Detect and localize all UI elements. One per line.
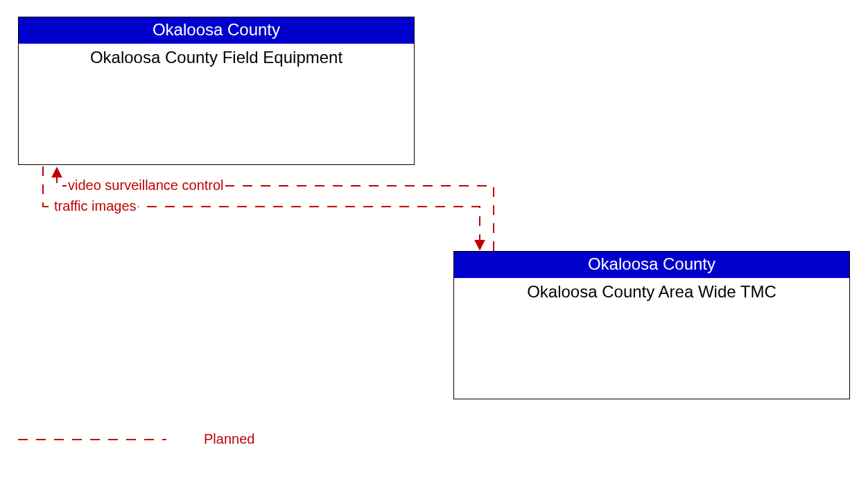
box-field-equipment: Okaloosa County Okaloosa County Field Eq… bbox=[18, 17, 415, 165]
box-area-wide-tmc-title: Okaloosa County Area Wide TMC bbox=[454, 278, 849, 302]
flow-label-video-surveillance-control: video surveillance control bbox=[67, 177, 225, 193]
box-field-equipment-header: Okaloosa County bbox=[19, 17, 414, 44]
box-field-equipment-title: Okaloosa County Field Equipment bbox=[19, 44, 414, 67]
box-area-wide-tmc-header: Okaloosa County bbox=[454, 252, 849, 278]
legend-label-planned: Planned bbox=[204, 431, 254, 447]
flow-label-traffic-images: traffic images bbox=[53, 198, 138, 214]
box-area-wide-tmc: Okaloosa County Okaloosa County Area Wid… bbox=[453, 251, 850, 399]
